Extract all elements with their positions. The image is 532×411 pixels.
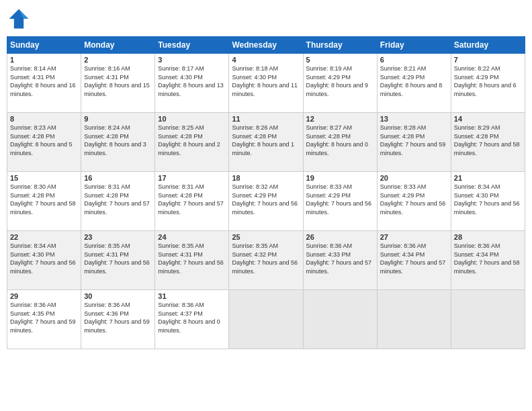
calendar-cell: 26Sunrise: 8:36 AMSunset: 4:33 PMDayligh… — [303, 231, 377, 290]
calendar-cell: 18Sunrise: 8:32 AMSunset: 4:29 PMDayligh… — [229, 172, 303, 231]
day-number: 5 — [306, 56, 374, 64]
day-number: 24 — [158, 233, 226, 241]
day-info: Sunrise: 8:24 AMSunset: 4:28 PMDaylight:… — [84, 124, 152, 157]
calendar-cell: 19Sunrise: 8:33 AMSunset: 4:29 PMDayligh… — [303, 172, 377, 231]
calendar-cell: 3Sunrise: 8:17 AMSunset: 4:30 PMDaylight… — [155, 54, 229, 113]
day-number: 31 — [158, 292, 226, 300]
day-number: 6 — [380, 56, 448, 64]
logo-icon — [7, 7, 31, 31]
day-info: Sunrise: 8:33 AMSunset: 4:29 PMDaylight:… — [306, 183, 374, 216]
day-number: 11 — [232, 115, 300, 123]
calendar-cell: 5Sunrise: 8:19 AMSunset: 4:29 PMDaylight… — [303, 54, 377, 113]
day-info: Sunrise: 8:35 AMSunset: 4:31 PMDaylight:… — [84, 242, 152, 275]
calendar-week-2: 8Sunrise: 8:23 AMSunset: 4:28 PMDaylight… — [7, 113, 525, 172]
day-info: Sunrise: 8:26 AMSunset: 4:28 PMDaylight:… — [232, 124, 300, 157]
calendar-week-4: 22Sunrise: 8:34 AMSunset: 4:30 PMDayligh… — [7, 231, 525, 290]
calendar-cell — [229, 290, 303, 349]
calendar-cell: 31Sunrise: 8:36 AMSunset: 4:37 PMDayligh… — [155, 290, 229, 349]
day-info: Sunrise: 8:30 AMSunset: 4:28 PMDaylight:… — [10, 183, 78, 216]
day-number: 7 — [454, 56, 522, 64]
day-info: Sunrise: 8:31 AMSunset: 4:28 PMDaylight:… — [158, 183, 226, 216]
calendar-cell — [303, 290, 377, 349]
calendar-cell: 24Sunrise: 8:35 AMSunset: 4:31 PMDayligh… — [155, 231, 229, 290]
day-number: 25 — [232, 233, 300, 241]
day-info: Sunrise: 8:16 AMSunset: 4:31 PMDaylight:… — [84, 64, 152, 98]
day-info: Sunrise: 8:21 AMSunset: 4:29 PMDaylight:… — [380, 64, 448, 98]
day-info: Sunrise: 8:36 AMSunset: 4:33 PMDaylight:… — [306, 242, 374, 275]
calendar: SundayMondayTuesdayWednesdayThursdayFrid… — [7, 36, 525, 404]
day-number: 4 — [232, 56, 300, 64]
weekday-header-thursday: Thursday — [303, 37, 377, 54]
day-number: 16 — [84, 174, 152, 182]
calendar-week-5: 29Sunrise: 8:36 AMSunset: 4:35 PMDayligh… — [7, 290, 525, 349]
day-number: 17 — [158, 174, 226, 182]
calendar-cell: 7Sunrise: 8:22 AMSunset: 4:29 PMDaylight… — [451, 54, 525, 113]
day-info: Sunrise: 8:36 AMSunset: 4:34 PMDaylight:… — [454, 242, 522, 275]
calendar-cell — [377, 290, 451, 349]
day-number: 3 — [158, 56, 226, 64]
day-number: 26 — [306, 233, 374, 241]
day-number: 8 — [10, 115, 78, 123]
day-info: Sunrise: 8:36 AMSunset: 4:36 PMDaylight:… — [84, 301, 152, 334]
day-number: 20 — [380, 174, 448, 182]
day-number: 9 — [84, 115, 152, 123]
day-info: Sunrise: 8:18 AMSunset: 4:30 PMDaylight:… — [232, 64, 300, 98]
calendar-cell: 16Sunrise: 8:31 AMSunset: 4:28 PMDayligh… — [81, 172, 155, 231]
calendar-cell: 11Sunrise: 8:26 AMSunset: 4:28 PMDayligh… — [229, 113, 303, 172]
day-info: Sunrise: 8:35 AMSunset: 4:31 PMDaylight:… — [158, 242, 226, 275]
weekday-header-saturday: Saturday — [451, 37, 525, 54]
calendar-cell: 14Sunrise: 8:29 AMSunset: 4:28 PMDayligh… — [451, 113, 525, 172]
calendar-cell: 29Sunrise: 8:36 AMSunset: 4:35 PMDayligh… — [7, 290, 81, 349]
calendar-cell: 8Sunrise: 8:23 AMSunset: 4:28 PMDaylight… — [7, 113, 81, 172]
day-info: Sunrise: 8:33 AMSunset: 4:29 PMDaylight:… — [380, 183, 448, 216]
day-number: 27 — [380, 233, 448, 241]
day-number: 18 — [232, 174, 300, 182]
calendar-cell: 13Sunrise: 8:28 AMSunset: 4:28 PMDayligh… — [377, 113, 451, 172]
calendar-cell: 20Sunrise: 8:33 AMSunset: 4:29 PMDayligh… — [377, 172, 451, 231]
day-number: 15 — [10, 174, 78, 182]
calendar-cell: 1Sunrise: 8:14 AMSunset: 4:31 PMDaylight… — [7, 54, 81, 113]
weekday-header-row: SundayMondayTuesdayWednesdayThursdayFrid… — [7, 37, 525, 54]
day-info: Sunrise: 8:23 AMSunset: 4:28 PMDaylight:… — [10, 124, 78, 157]
day-number: 28 — [454, 233, 522, 241]
header — [7, 7, 525, 31]
day-info: Sunrise: 8:19 AMSunset: 4:29 PMDaylight:… — [306, 64, 374, 98]
calendar-cell: 2Sunrise: 8:16 AMSunset: 4:31 PMDaylight… — [81, 54, 155, 113]
weekday-header-friday: Friday — [377, 37, 451, 54]
calendar-cell: 10Sunrise: 8:25 AMSunset: 4:28 PMDayligh… — [155, 113, 229, 172]
calendar-cell: 22Sunrise: 8:34 AMSunset: 4:30 PMDayligh… — [7, 231, 81, 290]
day-number: 1 — [10, 56, 78, 64]
day-info: Sunrise: 8:34 AMSunset: 4:30 PMDaylight:… — [454, 183, 522, 216]
day-number: 22 — [10, 233, 78, 241]
calendar-cell: 28Sunrise: 8:36 AMSunset: 4:34 PMDayligh… — [451, 231, 525, 290]
day-number: 10 — [158, 115, 226, 123]
calendar-cell: 21Sunrise: 8:34 AMSunset: 4:30 PMDayligh… — [451, 172, 525, 231]
day-info: Sunrise: 8:14 AMSunset: 4:31 PMDaylight:… — [10, 64, 78, 98]
calendar-cell: 9Sunrise: 8:24 AMSunset: 4:28 PMDaylight… — [81, 113, 155, 172]
calendar-cell: 17Sunrise: 8:31 AMSunset: 4:28 PMDayligh… — [155, 172, 229, 231]
day-number: 13 — [380, 115, 448, 123]
day-number: 12 — [306, 115, 374, 123]
calendar-cell: 4Sunrise: 8:18 AMSunset: 4:30 PMDaylight… — [229, 54, 303, 113]
weekday-header-sunday: Sunday — [7, 37, 81, 54]
day-number: 2 — [84, 56, 152, 64]
calendar-table: SundayMondayTuesdayWednesdayThursdayFrid… — [7, 36, 525, 349]
page: SundayMondayTuesdayWednesdayThursdayFrid… — [0, 0, 532, 411]
day-info: Sunrise: 8:17 AMSunset: 4:30 PMDaylight:… — [158, 64, 226, 98]
calendar-cell: 23Sunrise: 8:35 AMSunset: 4:31 PMDayligh… — [81, 231, 155, 290]
day-info: Sunrise: 8:27 AMSunset: 4:28 PMDaylight:… — [306, 124, 374, 157]
logo — [7, 7, 34, 31]
day-number: 30 — [84, 292, 152, 300]
day-number: 19 — [306, 174, 374, 182]
calendar-cell: 30Sunrise: 8:36 AMSunset: 4:36 PMDayligh… — [81, 290, 155, 349]
day-number: 29 — [10, 292, 78, 300]
day-info: Sunrise: 8:34 AMSunset: 4:30 PMDaylight:… — [10, 242, 78, 275]
weekday-header-monday: Monday — [81, 37, 155, 54]
day-info: Sunrise: 8:25 AMSunset: 4:28 PMDaylight:… — [158, 124, 226, 157]
day-number: 23 — [84, 233, 152, 241]
calendar-cell: 6Sunrise: 8:21 AMSunset: 4:29 PMDaylight… — [377, 54, 451, 113]
day-info: Sunrise: 8:36 AMSunset: 4:35 PMDaylight:… — [10, 301, 78, 334]
calendar-week-1: 1Sunrise: 8:14 AMSunset: 4:31 PMDaylight… — [7, 54, 525, 113]
calendar-cell: 12Sunrise: 8:27 AMSunset: 4:28 PMDayligh… — [303, 113, 377, 172]
day-info: Sunrise: 8:36 AMSunset: 4:37 PMDaylight:… — [158, 301, 226, 334]
